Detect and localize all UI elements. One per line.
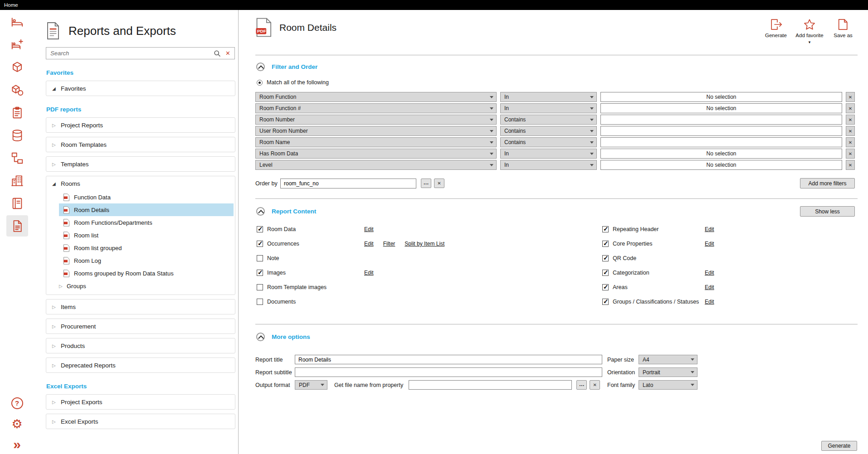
tree-item-rooms[interactable]: Rooms bbox=[46, 176, 235, 191]
orientation-select[interactable]: Portrait bbox=[639, 367, 697, 377]
settings-gear-icon[interactable] bbox=[11, 418, 22, 430]
tree-item-favorites[interactable]: Favorites bbox=[46, 81, 235, 96]
checkbox[interactable] bbox=[257, 226, 263, 232]
checkbox[interactable] bbox=[602, 299, 609, 305]
clear-search-icon[interactable] bbox=[225, 50, 230, 57]
edit-link[interactable]: Edit bbox=[705, 270, 714, 276]
rail-systems-icon[interactable] bbox=[6, 147, 28, 169]
tree-item-groups[interactable]: Groups bbox=[59, 280, 234, 292]
filter-field-select[interactable]: Has Room Data bbox=[255, 149, 497, 159]
edit-link[interactable]: Edit bbox=[705, 241, 714, 247]
filter-value-field[interactable]: No selection bbox=[600, 160, 842, 170]
filter-value-field[interactable]: No selection bbox=[600, 103, 842, 113]
expand-icon[interactable] bbox=[52, 162, 57, 167]
tree-item-templates[interactable]: Templates bbox=[46, 157, 235, 171]
filter-value-field[interactable] bbox=[600, 126, 842, 136]
expand-icon[interactable] bbox=[52, 142, 57, 147]
checkbox[interactable] bbox=[602, 255, 609, 261]
filter-field-select[interactable]: Room Name bbox=[255, 137, 497, 147]
tree-item-procurement[interactable]: Procurement bbox=[46, 319, 235, 333]
expand-icon[interactable] bbox=[52, 400, 57, 405]
checkbox[interactable] bbox=[257, 299, 263, 305]
split-by-item-list-link[interactable]: Split by Item List bbox=[405, 241, 444, 247]
rail-buildings-icon[interactable] bbox=[6, 170, 28, 191]
filter-value-field[interactable]: No selection bbox=[600, 149, 842, 159]
tree-item-room-templates[interactable]: Room Templates bbox=[46, 137, 235, 152]
remove-filter-button[interactable] bbox=[846, 103, 855, 113]
tree-item-deprecated-reports[interactable]: Deprecated Reports bbox=[46, 358, 235, 372]
filter-field-select[interactable]: Level bbox=[255, 160, 497, 170]
expand-icon[interactable] bbox=[52, 123, 57, 128]
tree-item-rooms-grouped-status[interactable]: Rooms grouped by Room Data Status bbox=[59, 267, 234, 280]
expand-icon[interactable] bbox=[52, 363, 57, 368]
filter-operator-select[interactable]: Contains bbox=[500, 137, 597, 147]
tree-item-items[interactable]: Items bbox=[46, 299, 235, 314]
tree-item-excel-exports[interactable]: Excel Exports bbox=[46, 414, 235, 429]
tree-item-room-list[interactable]: Room list bbox=[59, 229, 234, 241]
order-by-browse-button[interactable] bbox=[421, 179, 431, 188]
remove-filter-button[interactable] bbox=[846, 160, 855, 170]
edit-link[interactable]: Edit bbox=[705, 226, 714, 232]
expand-icon[interactable] bbox=[59, 284, 64, 289]
tree-item-room-functions[interactable]: Room Functions/Departments bbox=[59, 216, 234, 229]
tree-item-project-exports[interactable]: Project Exports bbox=[46, 395, 235, 409]
filter-field-select[interactable]: Room Function # bbox=[255, 103, 497, 113]
add-more-filters-button[interactable]: Add more filters bbox=[800, 178, 855, 188]
rail-room-templates-icon[interactable] bbox=[6, 34, 28, 55]
remove-filter-button[interactable] bbox=[846, 126, 855, 136]
font-family-select[interactable]: Lato bbox=[639, 380, 697, 390]
report-subtitle-input[interactable] bbox=[295, 367, 602, 377]
expand-icon[interactable] bbox=[52, 324, 57, 329]
generate-button[interactable]: Generate bbox=[821, 441, 857, 451]
file-name-property-input[interactable] bbox=[409, 380, 572, 390]
remove-filter-button[interactable] bbox=[846, 137, 855, 147]
edit-link[interactable]: Edit bbox=[364, 270, 374, 276]
tree-item-room-details[interactable]: Room Details bbox=[59, 203, 234, 216]
output-format-select[interactable]: PDF bbox=[295, 380, 327, 390]
edit-link[interactable]: Edit bbox=[364, 241, 374, 247]
home-tab[interactable]: Home bbox=[4, 2, 18, 8]
expand-icon[interactable] bbox=[52, 343, 57, 348]
order-by-clear-button[interactable] bbox=[434, 179, 444, 188]
rail-logbook-icon[interactable] bbox=[6, 193, 28, 214]
checkbox[interactable] bbox=[257, 255, 263, 261]
filter-field-select[interactable]: Room Number bbox=[255, 115, 497, 125]
filter-value-field[interactable] bbox=[600, 137, 842, 147]
rail-data-icon[interactable] bbox=[6, 125, 28, 146]
collapse-icon[interactable] bbox=[52, 181, 57, 186]
expand-icon[interactable] bbox=[52, 419, 57, 424]
filter-value-field[interactable] bbox=[600, 115, 842, 125]
rail-specifications-icon[interactable] bbox=[6, 102, 28, 123]
paper-size-select[interactable]: A4 bbox=[639, 355, 697, 364]
tree-item-room-list-grouped[interactable]: Room list grouped bbox=[59, 241, 234, 254]
filter-operator-select[interactable]: In bbox=[500, 149, 597, 159]
filter-operator-select[interactable]: In bbox=[500, 160, 597, 170]
filter-field-select[interactable]: Room Function bbox=[255, 92, 497, 102]
collapse-section-icon[interactable] bbox=[256, 63, 265, 71]
filter-operator-select[interactable]: Contains bbox=[500, 126, 597, 136]
rail-products-icon[interactable] bbox=[6, 79, 28, 101]
filter-operator-select[interactable]: In bbox=[500, 92, 597, 102]
show-less-button[interactable]: Show less bbox=[800, 206, 855, 217]
checkbox[interactable] bbox=[257, 241, 263, 247]
filter-operator-select[interactable]: In bbox=[500, 103, 597, 113]
filter-operator-select[interactable]: Contains bbox=[500, 115, 597, 125]
tree-item-products[interactable]: Products bbox=[46, 338, 235, 353]
order-by-input[interactable] bbox=[280, 179, 416, 188]
checkbox[interactable] bbox=[257, 270, 263, 276]
checkbox[interactable] bbox=[602, 284, 609, 290]
checkbox[interactable] bbox=[257, 284, 263, 290]
filter-link[interactable]: Filter bbox=[383, 241, 395, 247]
match-all-radio[interactable] bbox=[257, 80, 263, 86]
help-icon[interactable] bbox=[11, 397, 23, 409]
tree-item-function-data[interactable]: Function Data bbox=[59, 191, 234, 203]
save-as-button[interactable]: Save as bbox=[829, 18, 858, 45]
tree-item-room-log[interactable]: Room Log bbox=[59, 254, 234, 267]
remove-filter-button[interactable] bbox=[846, 149, 855, 159]
rail-rooms-icon[interactable] bbox=[6, 11, 28, 33]
checkbox[interactable] bbox=[602, 226, 609, 232]
filter-field-select[interactable]: User Room Number bbox=[255, 126, 497, 136]
rail-reports-icon[interactable] bbox=[6, 215, 28, 237]
report-title-input[interactable] bbox=[295, 355, 602, 364]
remove-filter-button[interactable] bbox=[846, 92, 855, 102]
